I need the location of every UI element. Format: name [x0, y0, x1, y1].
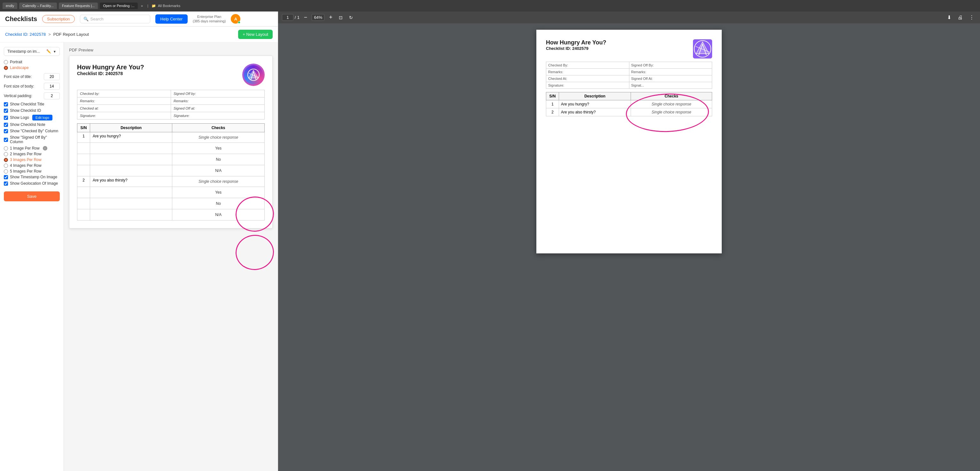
font-body-label: Font size of body: [4, 84, 34, 89]
viewer-pdf-header: How Hungry Are You? Checklist ID: 240257… [546, 39, 712, 59]
magenta-circle-2 [234, 233, 275, 272]
pdf-title: How Hungry Are You? [77, 64, 144, 71]
edit-layout-icon[interactable]: ✏️ [46, 49, 51, 54]
save-button[interactable]: Save [4, 191, 60, 201]
row-1-yes-desc [90, 143, 172, 154]
rotate-button[interactable]: ↻ [347, 14, 355, 21]
5-image-radio[interactable] [4, 169, 8, 173]
print-button[interactable]: 🖨 [956, 14, 965, 21]
show-logo-checkbox[interactable] [4, 116, 8, 120]
images-info-icon: i [43, 146, 47, 151]
row-2-no-option: No [175, 200, 262, 207]
show-checklist-id-checkbox[interactable] [4, 109, 8, 113]
1-image-per-row[interactable]: 1 Image Per Row i [4, 146, 60, 151]
search-placeholder: Search [91, 17, 103, 21]
viewer-col-checks: Checks [631, 92, 712, 100]
pdf-header: How Hungry Are You? Checklist ID: 240257… [77, 64, 265, 86]
show-timestamp-checkbox[interactable] [4, 175, 8, 179]
vertical-padding-input[interactable]: 2 [44, 92, 60, 99]
dropdown-icon[interactable]: ▼ [53, 50, 56, 53]
show-checked-by-checkbox[interactable] [4, 129, 8, 133]
2-image-radio[interactable] [4, 152, 8, 156]
viewer-checked-by: Checked By: [546, 62, 629, 69]
fit-page-button[interactable]: ⊡ [337, 14, 345, 21]
row-2-checks: Single choice response [172, 177, 265, 187]
show-geolocation-item[interactable]: Show Geolocation Of Image [4, 181, 60, 186]
show-checklist-title-item[interactable]: Show Checklist Title [4, 102, 60, 107]
table-row-2-main: 2 Are you also thirsty? Single choice re… [77, 177, 265, 187]
show-logo-item[interactable]: Show Logo Edit logo [4, 115, 60, 121]
edit-logo-button[interactable]: Edit logo [32, 115, 52, 121]
show-signed-off-checkbox[interactable] [4, 138, 8, 142]
3-image-radio[interactable] [4, 158, 8, 162]
pdf-viewer-content: How Hungry Are You? Checklist ID: 240257… [278, 23, 980, 471]
page-number-input[interactable] [282, 14, 293, 21]
4-image-radio[interactable] [4, 164, 8, 168]
zoom-in-button[interactable]: + [327, 13, 334, 21]
table-row-1-main: 1 Are you hungry? Single choice response [77, 132, 265, 143]
show-checklist-note-item[interactable]: Show Checklist Note [4, 123, 60, 127]
bookmarks-label[interactable]: All Bookmarks [158, 4, 180, 8]
breadcrumb-checklist-id[interactable]: Checklist ID: 2402578 [5, 32, 46, 37]
font-body-input[interactable]: 14 [44, 83, 60, 90]
2-image-per-row[interactable]: 2 Images Per Row [4, 152, 60, 156]
show-signed-off-item[interactable]: Show "Signed Off By" Column [4, 135, 60, 144]
5-image-per-row[interactable]: 5 Images Per Row [4, 169, 60, 173]
online-indicator [238, 21, 240, 24]
more-tabs-icon[interactable]: » [141, 4, 143, 8]
user-avatar[interactable]: A [231, 14, 240, 24]
portrait-radio[interactable] [4, 60, 8, 64]
pdf-subtitle: Checklist ID: 2402578 [77, 71, 144, 76]
viewer-remarks-left: Remarks: [546, 69, 629, 75]
pdf-preview-area: PDF Preview How Hungry Are You? Checklis… [64, 43, 278, 471]
landscape-radio[interactable] [4, 66, 8, 70]
viewer-remarks-right: Remarks: [629, 69, 712, 75]
show-checked-by-item[interactable]: Show "Checked By" Column [4, 129, 60, 133]
row-1-no-option: No [175, 156, 262, 163]
pdf-viewer-page: How Hungry Are You? Checklist ID: 240257… [536, 30, 722, 253]
layout-name: Timestamp on im... [7, 49, 45, 54]
help-center-button[interactable]: Help Center [155, 14, 188, 24]
layout-selector[interactable]: Timestamp on im... ✏️ ▼ [4, 47, 60, 56]
landscape-option[interactable]: Landscape [4, 65, 60, 70]
new-layout-button[interactable]: + New Layout [238, 30, 273, 39]
show-geolocation-checkbox[interactable] [4, 181, 8, 186]
row-2-yes-option: Yes [175, 189, 262, 196]
show-geolocation-label: Show Geolocation Of Image [10, 181, 58, 186]
viewer-signed-off-by: Signed Off By: [629, 62, 712, 69]
search-box[interactable]: 🔍 Search [80, 15, 150, 23]
show-signed-off-label: Show "Signed Off By" Column [10, 135, 60, 144]
show-checklist-note-checkbox[interactable] [4, 123, 8, 127]
font-title-input[interactable]: 20 [44, 73, 60, 80]
tab-open-pending[interactable]: Open or Pending :... [100, 3, 137, 9]
subscription-button[interactable]: Subscription [42, 15, 75, 23]
viewer-checklist-table: S/N Description Checks 1 Are you hungry?… [546, 92, 712, 116]
tab-endly[interactable]: endly [3, 3, 17, 9]
more-options-button[interactable]: ⋮ [967, 14, 976, 21]
row-1-description: Are you hungry? [90, 132, 172, 143]
portrait-option[interactable]: Portrait [4, 60, 60, 64]
row-1-checks: Single choice response [172, 132, 265, 143]
vertical-padding-label: Vertical padding: [4, 94, 32, 98]
4-image-per-row[interactable]: 4 Images Per Row [4, 163, 60, 168]
table-header-row: S/N Description Checks [77, 124, 265, 132]
row-1-sn: 1 [77, 132, 90, 143]
info-row-4: Signature: Signature: [77, 112, 265, 119]
zoom-out-button[interactable]: − [302, 13, 309, 21]
show-checklist-id-item[interactable]: Show Checklist ID [4, 108, 60, 113]
font-title-setting: Font size of title: 20 [4, 73, 60, 80]
pdf-preview-label: PDF Preview [69, 48, 273, 53]
table-row-2-no: No [77, 198, 265, 209]
3-image-per-row[interactable]: 3 Images Per Row [4, 158, 60, 162]
show-checklist-title-checkbox[interactable] [4, 102, 8, 107]
page-indicator: / 1 [282, 14, 299, 21]
show-timestamp-item[interactable]: Show Timestamp On Image [4, 175, 60, 179]
bookmarks-icon: 📁 [151, 4, 156, 8]
1-image-radio[interactable] [4, 146, 8, 151]
viewer-row-2: 2 Are you also thirsty? Single choice re… [546, 108, 712, 116]
download-button[interactable]: ⬇ [945, 14, 953, 21]
tab-feature-requests[interactable]: Feature Requests |... [59, 3, 98, 9]
tab-calendly[interactable]: Calendly – Facility... [19, 3, 57, 9]
checked-at-cell: Checked at: [77, 105, 171, 112]
breadcrumb: Checklist ID: 2402578 > PDF Report Layou… [0, 27, 278, 43]
